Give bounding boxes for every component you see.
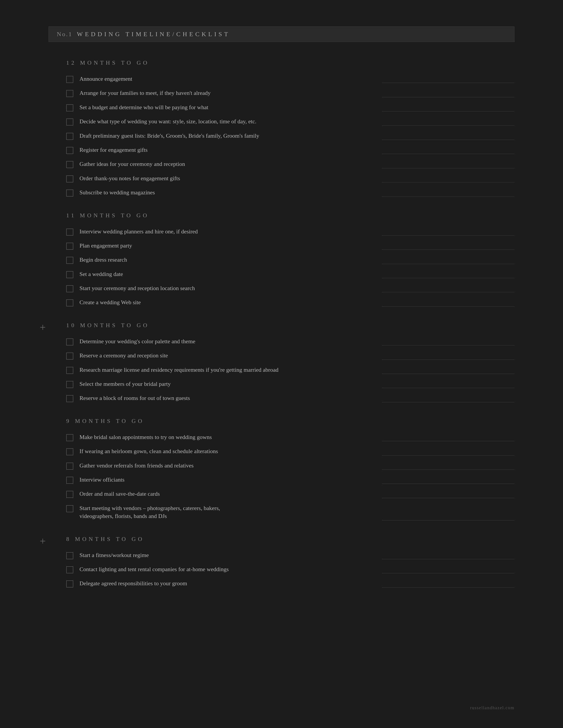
checklist-item: Gather ideas for your ceremony and recep… xyxy=(66,160,514,168)
item-text: Order thank-you notes for engagement gif… xyxy=(79,174,382,182)
item-text: Delegate agreed responsibilities to your… xyxy=(79,580,382,587)
checkbox[interactable] xyxy=(66,161,73,168)
checkbox[interactable] xyxy=(66,90,73,97)
checkbox[interactable] xyxy=(66,104,73,111)
plus-icon: + xyxy=(40,536,46,546)
checkbox[interactable] xyxy=(66,229,73,236)
plus-icon: + xyxy=(40,322,46,333)
section-12months: 12 MONTHS TO GOAnnounce engagementArrang… xyxy=(49,60,514,197)
item-text: Arrange for your families to meet, if th… xyxy=(79,89,382,97)
checkbox[interactable] xyxy=(66,367,73,374)
checkbox[interactable] xyxy=(66,338,73,345)
checklist-item: Order thank-you notes for engagement gif… xyxy=(66,174,514,182)
checkbox[interactable] xyxy=(66,434,73,441)
item-line xyxy=(382,516,514,520)
item-text: Make bridal salon appointments to try on… xyxy=(79,433,382,441)
item-line xyxy=(382,437,514,441)
item-text: Determine your wedding's color palette a… xyxy=(79,338,382,345)
item-line xyxy=(382,355,514,360)
item-line xyxy=(382,121,514,126)
item-text: Start meeting with vendors – photographe… xyxy=(79,504,382,520)
header-number: No.1 xyxy=(57,31,72,38)
checklist-item: Determine your wedding's color palette a… xyxy=(66,338,514,345)
item-line xyxy=(382,260,514,264)
checkbox[interactable] xyxy=(66,448,73,455)
item-text: Start a fitness/workout regime xyxy=(79,551,382,559)
item-line xyxy=(382,231,514,236)
checkbox[interactable] xyxy=(66,299,73,306)
item-text: Set a budget and determine who will be p… xyxy=(79,103,382,111)
checklist-item: Select the members of your bridal party xyxy=(66,380,514,388)
header-title: WEDDING TIMELINE/CHECKLIST xyxy=(77,31,230,38)
checkbox[interactable] xyxy=(66,566,73,573)
checkbox[interactable] xyxy=(66,190,73,197)
item-text: Subscribe to wedding magazines xyxy=(79,189,382,197)
item-text: Research marriage license and residency … xyxy=(79,366,382,374)
checkbox[interactable] xyxy=(66,147,73,154)
item-text: Reserve a block of rooms for out of town… xyxy=(79,394,382,402)
checkbox[interactable] xyxy=(66,491,73,498)
checklist-item: If wearing an heirloom gown, clean and s… xyxy=(66,447,514,455)
item-text: Select the members of your bridal party xyxy=(79,380,382,388)
checkbox[interactable] xyxy=(66,257,73,264)
checkbox[interactable] xyxy=(66,552,73,559)
section-11months: 11 MONTHS TO GOInterview wedding planner… xyxy=(49,212,514,307)
checkbox[interactable] xyxy=(66,285,73,292)
item-text: Reserve a ceremony and reception site xyxy=(79,352,382,360)
item-text: Gather vendor referrals from friends and… xyxy=(79,462,382,470)
section-9months: 9 MONTHS TO GOMake bridal salon appointm… xyxy=(49,418,514,520)
checkbox[interactable] xyxy=(66,395,73,402)
checkbox[interactable] xyxy=(66,133,73,140)
checkbox[interactable] xyxy=(66,76,73,83)
item-line xyxy=(382,384,514,388)
header-bar: No.1 WEDDING TIMELINE/CHECKLIST xyxy=(49,26,514,42)
item-text: Plan engagement party xyxy=(79,242,382,250)
section-title-8months: 8 MONTHS TO GO xyxy=(66,536,514,542)
page-container: No.1 WEDDING TIMELINE/CHECKLIST 12 MONTH… xyxy=(0,0,563,728)
item-text: Gather ideas for your ceremony and recep… xyxy=(79,160,382,168)
footer: russellandhazel.com xyxy=(470,705,514,710)
checklist-item: Announce engagement xyxy=(66,75,514,83)
checkbox[interactable] xyxy=(66,381,73,388)
checklist-item: Order and mail save-the-date cards xyxy=(66,490,514,498)
item-line xyxy=(382,178,514,182)
checkbox[interactable] xyxy=(66,353,73,360)
item-text: Interview wedding planners and hire one,… xyxy=(79,228,382,236)
checkbox[interactable] xyxy=(66,477,73,484)
item-line xyxy=(382,164,514,168)
item-line xyxy=(382,569,514,573)
checkbox[interactable] xyxy=(66,271,73,278)
item-line xyxy=(382,107,514,111)
checklist-item: Make bridal salon appointments to try on… xyxy=(66,433,514,441)
item-line xyxy=(382,192,514,197)
checkbox[interactable] xyxy=(66,580,73,587)
checklist-item: Contact lighting and tent rental compani… xyxy=(66,565,514,573)
checkbox[interactable] xyxy=(66,505,73,512)
sections-container: 12 MONTHS TO GOAnnounce engagementArrang… xyxy=(49,60,514,588)
checkbox[interactable] xyxy=(66,175,73,182)
checklist-item: Decide what type of wedding you want: st… xyxy=(66,118,514,126)
item-line xyxy=(382,288,514,292)
checklist-item: Interview wedding planners and hire one,… xyxy=(66,228,514,236)
item-line xyxy=(382,150,514,154)
checkbox[interactable] xyxy=(66,463,73,470)
item-line xyxy=(382,302,514,307)
item-text: Order and mail save-the-date cards xyxy=(79,490,382,498)
checkbox[interactable] xyxy=(66,118,73,126)
checklist-item: Arrange for your families to meet, if th… xyxy=(66,89,514,97)
item-text: Set a wedding date xyxy=(79,270,382,278)
item-line xyxy=(382,494,514,498)
item-line xyxy=(382,479,514,484)
checklist-item: Set a wedding date xyxy=(66,270,514,278)
item-text: If wearing an heirloom gown, clean and s… xyxy=(79,447,382,455)
checkbox[interactable] xyxy=(66,243,73,250)
item-line xyxy=(382,245,514,250)
checklist-item: Research marriage license and residency … xyxy=(66,366,514,374)
item-line xyxy=(382,370,514,374)
item-line xyxy=(382,398,514,402)
item-line xyxy=(382,465,514,470)
item-line xyxy=(382,274,514,278)
item-text: Announce engagement xyxy=(79,75,382,83)
checklist-item: Start a fitness/workout regime xyxy=(66,551,514,559)
checklist-item: Subscribe to wedding magazines xyxy=(66,189,514,197)
